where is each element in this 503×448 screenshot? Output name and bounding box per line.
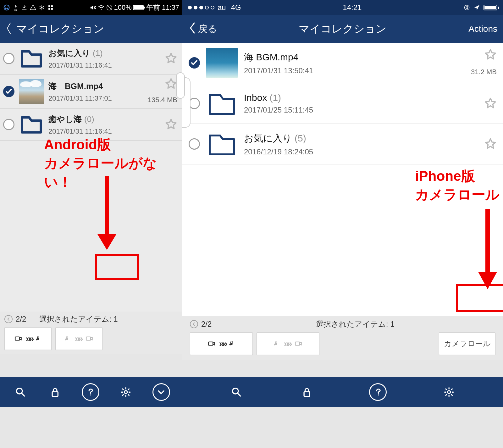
item-size: 31.2 MB (471, 68, 497, 76)
page-title: マイコレクション (16, 22, 104, 36)
page-back-icon[interactable] (190, 320, 198, 328)
select-toggle[interactable] (189, 138, 200, 150)
lock-button[interactable] (47, 384, 64, 400)
settings-button[interactable] (441, 384, 457, 400)
select-toggle[interactable] (3, 86, 14, 97)
list-item[interactable]: Inbox(1) 2017/01/25 15:11:45 (182, 83, 503, 124)
snowflake-icon (38, 4, 45, 11)
item-name: 海 BGM.mp4 (48, 81, 103, 92)
help-button[interactable] (369, 383, 387, 401)
svg-rect-11 (48, 5, 50, 7)
carrier-text: au (218, 3, 226, 12)
actions-button[interactable]: Actions (468, 24, 497, 34)
signal-dots-icon (188, 6, 214, 9)
favorite-star-icon[interactable] (484, 97, 497, 110)
selection-toolbar: 2/2 選択されたアイテム: 1 »» »» (0, 312, 182, 354)
list-item[interactable]: お気に入り(1) 2017/01/31 11:16:41 (0, 43, 182, 75)
file-list: お気に入り(1) 2017/01/31 11:16:41 海 BGM.mp4 2… (0, 43, 182, 141)
folder-icon (19, 46, 44, 71)
warning-icon (30, 4, 36, 11)
battery-icon (484, 5, 497, 10)
favorite-star-icon[interactable] (165, 78, 177, 90)
page-back-icon[interactable] (4, 315, 13, 323)
list-item[interactable]: 癒やし海(0) 2017/01/31 11:16:41 (0, 109, 182, 141)
select-toggle[interactable] (189, 57, 200, 69)
item-count: (5) (295, 133, 306, 144)
item-name: 海 BGM.mp4 (244, 51, 298, 64)
selection-count-text: 選択されたアイテム: 1 (39, 314, 118, 324)
svg-rect-14 (51, 8, 53, 10)
camera-roll-button[interactable]: カメラロール (439, 332, 495, 355)
download-icon (21, 4, 28, 11)
folder-icon (19, 112, 44, 137)
app-indicator-icon (3, 4, 10, 11)
network-text: 4G (231, 3, 241, 12)
convert-video-to-audio-button[interactable]: »» (190, 332, 253, 355)
page-indicator: 2/2 (201, 320, 212, 329)
list-item[interactable]: 海 BGM.mp4 2017/01/31 11:37:01 135.4 MB (0, 75, 182, 109)
convert-video-to-audio-button[interactable]: »» (4, 327, 52, 350)
svg-text:ON: ON (14, 9, 17, 11)
list-item[interactable]: 海 BGM.mp4 2017/01/31 13:50:41 31.2 MB (182, 43, 503, 83)
page-indicator: 2/2 (16, 315, 26, 324)
gray-strip (0, 407, 182, 448)
favorite-star-icon[interactable] (165, 52, 177, 65)
back-button[interactable] (6, 22, 12, 36)
select-toggle[interactable] (3, 53, 14, 64)
grid-icon (47, 4, 54, 11)
item-count: (1) (269, 92, 281, 103)
selection-toolbar: 2/2 選択されたアイテム: 1 »» »» カメラロール (182, 316, 503, 360)
file-list: 海 BGM.mp4 2017/01/31 13:50:41 31.2 MB In… (182, 43, 503, 164)
battery-percent: 100% (114, 3, 132, 12)
do-not-disturb-icon (106, 4, 113, 11)
battery-icon (133, 5, 144, 10)
item-name: お気に入り (244, 132, 292, 145)
wifi-icon (98, 4, 105, 11)
expand-button[interactable] (152, 383, 170, 401)
lock-button[interactable] (299, 384, 315, 400)
item-timestamp: 2017/01/31 11:16:41 (48, 61, 160, 69)
navbar-android: マイコレクション (0, 15, 182, 43)
settings-button[interactable] (118, 384, 134, 400)
empty-area (182, 164, 503, 316)
folder-icon (206, 88, 238, 119)
back-button[interactable]: 戻る (188, 22, 217, 36)
favorite-star-icon[interactable] (165, 118, 177, 131)
item-timestamp: 2017/01/25 15:11:45 (244, 106, 478, 114)
empty-area (0, 141, 182, 312)
status-bar-ios: au 4G 14:21 (182, 0, 503, 15)
item-count: (0) (84, 114, 94, 124)
list-item[interactable]: お気に入り(5) 2016/12/19 18:24:05 (182, 124, 503, 164)
rotation-lock-icon (463, 4, 470, 11)
select-toggle[interactable] (3, 119, 14, 130)
search-button[interactable] (228, 384, 245, 400)
scroll-handle[interactable] (176, 72, 185, 99)
clock-text: 午前 11:37 (146, 3, 179, 12)
camera-roll-label: カメラロール (444, 339, 491, 349)
favorite-star-icon[interactable] (484, 138, 497, 150)
item-timestamp: 2017/01/31 11:16:41 (48, 127, 160, 136)
bottom-nav (182, 377, 503, 407)
favorite-star-icon[interactable] (484, 48, 497, 61)
mute-icon (90, 4, 97, 11)
item-timestamp: 2017/01/31 11:37:01 (48, 94, 143, 102)
help-button[interactable] (82, 383, 99, 401)
video-thumbnail (19, 79, 44, 104)
item-name: Inbox (244, 92, 267, 103)
item-timestamp: 2017/01/31 13:50:41 (244, 66, 465, 75)
item-timestamp: 2016/12/19 18:24:05 (244, 147, 478, 156)
svg-rect-12 (51, 5, 53, 7)
selection-count-text: 選択されたアイテム: 1 (316, 319, 395, 329)
search-button[interactable] (12, 384, 29, 400)
convert-audio-to-video-button[interactable]: »» (257, 332, 319, 355)
svg-point-9 (4, 5, 9, 10)
status-bar-android: ON 100% 午前 11:37 (0, 0, 182, 15)
convert-audio-to-video-button[interactable]: »» (55, 327, 102, 350)
item-size: 135.4 MB (148, 96, 177, 104)
bottom-nav (0, 377, 182, 407)
item-count: (1) (93, 48, 103, 58)
sync-indicator-icon: ON (12, 4, 19, 11)
navbar-ios: 戻る マイコレクション Actions (182, 15, 503, 43)
item-name: お気に入り (48, 48, 90, 59)
page-title: マイコレクション (299, 22, 387, 36)
